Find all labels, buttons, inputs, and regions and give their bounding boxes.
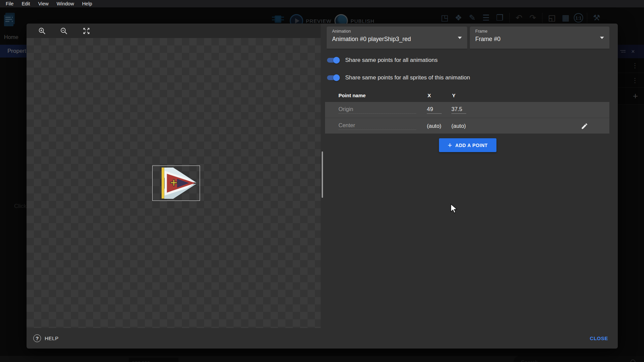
zoom-out-icon bbox=[60, 27, 68, 35]
point-y-field[interactable]: (auto) bbox=[451, 123, 466, 129]
zoom-out-button[interactable] bbox=[58, 25, 70, 37]
add-point-button[interactable]: + ADD A POINT bbox=[439, 138, 496, 152]
point-row-center: Center (auto) (auto) bbox=[325, 118, 609, 134]
share-points-all-sprites-row: Share same points for all sprites of thi… bbox=[326, 73, 470, 82]
point-name-field: Center bbox=[338, 122, 416, 130]
point-y-field[interactable]: 37.5 bbox=[451, 106, 466, 114]
close-button[interactable]: CLOSE bbox=[590, 335, 608, 341]
fit-to-screen-icon bbox=[82, 27, 90, 35]
menu-bar: File Edit View Window Help bbox=[0, 0, 644, 7]
fit-to-screen-button[interactable] bbox=[80, 25, 92, 37]
menu-file[interactable]: File bbox=[2, 0, 17, 7]
point-row-origin: Origin 49 37.5 bbox=[325, 102, 609, 118]
menu-help[interactable]: Help bbox=[78, 0, 96, 7]
edit-points-dialog: Animation Animation #0 playerShip3_red F… bbox=[27, 24, 618, 349]
pencil-icon bbox=[581, 122, 588, 130]
menu-view[interactable]: View bbox=[34, 0, 52, 7]
canvas-toolbar bbox=[27, 24, 321, 38]
help-icon: ? bbox=[33, 334, 41, 342]
player-ship-sprite bbox=[153, 166, 200, 201]
edit-point-button[interactable] bbox=[580, 121, 589, 131]
menu-window[interactable]: Window bbox=[53, 0, 78, 7]
help-button[interactable]: ? HELP bbox=[33, 334, 58, 342]
point-x-field[interactable]: (auto) bbox=[427, 123, 442, 129]
chevron-down-icon bbox=[600, 37, 604, 39]
sprite-selection-box[interactable] bbox=[152, 166, 200, 201]
animation-select[interactable]: Animation Animation #0 playerShip3_red bbox=[327, 27, 467, 49]
point-name-field: Origin bbox=[338, 106, 416, 114]
share-points-all-sprites-toggle[interactable] bbox=[326, 74, 340, 81]
frame-select[interactable]: Frame Frame #0 bbox=[470, 27, 609, 49]
points-canvas[interactable] bbox=[27, 38, 321, 328]
dialog-footer: ? HELP CLOSE bbox=[27, 328, 618, 349]
zoom-in-icon bbox=[38, 27, 46, 35]
zoom-in-button[interactable] bbox=[36, 25, 48, 37]
share-points-all-animations-toggle[interactable] bbox=[326, 57, 340, 64]
col-y: Y bbox=[452, 93, 455, 98]
col-x: X bbox=[428, 93, 431, 98]
mouse-cursor bbox=[450, 204, 458, 216]
points-table: Origin 49 37.5 Center (auto) (auto) bbox=[325, 102, 609, 134]
canvas-scrollbar[interactable] bbox=[322, 151, 323, 198]
plus-icon: + bbox=[448, 142, 452, 149]
menu-edit[interactable]: Edit bbox=[17, 0, 34, 7]
share-points-all-animations-row: Share same points for all animations bbox=[326, 56, 438, 65]
chevron-down-icon bbox=[458, 37, 462, 39]
col-point-name: Point name bbox=[338, 93, 366, 98]
point-x-field[interactable]: 49 bbox=[427, 106, 442, 114]
